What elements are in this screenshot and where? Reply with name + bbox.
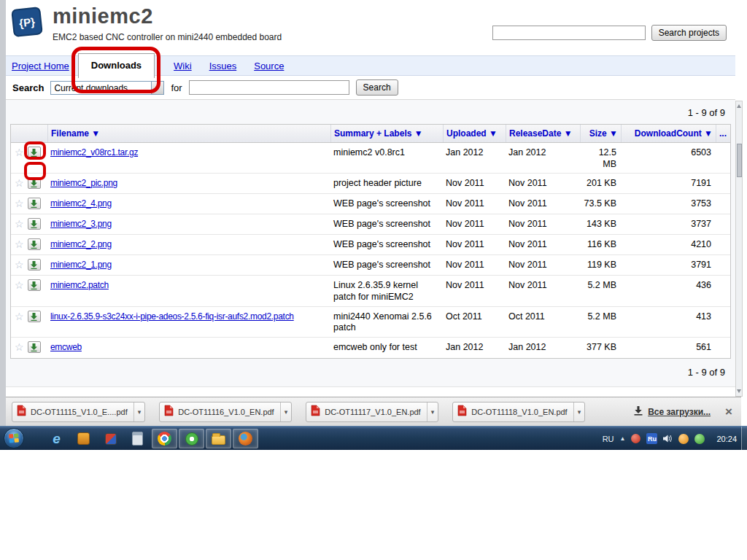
scrollbar-down-icon[interactable] <box>737 389 741 393</box>
table-row: ☆ miniemc2_3.png WEB page's screenshot N… <box>11 214 730 235</box>
scrollbar-up-icon[interactable] <box>737 104 741 108</box>
project-logo[interactable]: {P} <box>10 4 45 39</box>
col-header-filename[interactable]: Filename ▼ <box>47 125 330 142</box>
file-link[interactable]: miniemc2_v08rc1.tar.gz <box>50 147 138 158</box>
tray-icon-red[interactable] <box>631 434 640 443</box>
internet-explorer-button[interactable]: e <box>44 429 69 448</box>
file-summary: WEB page's screenshot <box>330 214 443 233</box>
app-button-misc[interactable] <box>98 429 123 448</box>
misc-app-icon <box>105 433 117 445</box>
col-header-releasedate[interactable]: ReleaseDate ▼ <box>506 125 580 142</box>
star-icon[interactable]: ☆ <box>15 280 24 290</box>
project-search-input[interactable] <box>492 26 646 40</box>
col-header-uploaded[interactable]: Uploaded ▼ <box>443 125 506 142</box>
tray-expand-icon[interactable]: ▲ <box>620 435 626 442</box>
file-link[interactable]: miniemc2_4.png <box>50 198 112 209</box>
file-summary: miniemc2 v0.8rc1 <box>330 143 443 162</box>
nav-link-wiki[interactable]: Wiki <box>174 61 192 71</box>
download-item-caret[interactable]: ▾ <box>133 402 145 421</box>
messenger-button[interactable] <box>179 429 204 448</box>
vertical-scrollbar[interactable] <box>735 101 743 397</box>
download-item-caret[interactable]: ▾ <box>427 402 438 421</box>
start-button[interactable] <box>4 428 24 448</box>
table-row: ☆ emcweb emcweb only for test Jan 2012 J… <box>11 338 730 358</box>
file-link[interactable]: linux-2.6.35.9-s3c24xx-i-pipe-adeos-2.5.… <box>50 311 294 322</box>
app-button-orange[interactable] <box>71 429 96 448</box>
download-item-caret[interactable]: ▾ <box>573 402 585 421</box>
nav-link-project-home[interactable]: Project Home <box>12 61 69 71</box>
star-icon[interactable]: ☆ <box>15 342 24 352</box>
file-summary: emcweb only for test <box>330 338 443 357</box>
for-label: for <box>171 82 182 93</box>
download-item[interactable]: DC-OT11116_V1.0_EN.pdf ▾ <box>159 402 292 422</box>
file-download-count: 436 <box>621 276 716 295</box>
download-icon[interactable] <box>28 238 41 250</box>
download-item-caret[interactable]: ▾ <box>280 402 292 421</box>
download-icon[interactable] <box>28 311 41 322</box>
file-link[interactable]: miniemc2_3.png <box>50 219 112 229</box>
download-item[interactable]: DC-OT11118_V1.0_EN.pdf ▾ <box>452 402 585 422</box>
file-size: 73.5 KB <box>580 194 621 213</box>
calculator-button[interactable] <box>125 429 150 448</box>
firefox-button[interactable] <box>233 429 258 448</box>
file-link[interactable]: miniemc2_2.png <box>50 239 112 249</box>
volume-icon[interactable] <box>663 435 673 443</box>
pagination-top: 1 - 9 of 9 <box>10 100 731 124</box>
tab-downloads[interactable]: Downloads <box>78 53 155 78</box>
col-header-size[interactable]: Size ▼ <box>580 125 621 142</box>
file-link[interactable]: miniemc2_pic.png <box>50 178 117 188</box>
download-icon[interactable] <box>28 341 41 353</box>
show-all-downloads-link[interactable]: Все загрузки... <box>633 405 711 419</box>
explorer-folder-button[interactable] <box>206 429 231 448</box>
file-size: 116 KB <box>580 235 621 254</box>
star-icon[interactable]: ☆ <box>15 198 24 209</box>
download-icon[interactable] <box>28 218 41 230</box>
file-download-count: 6503 <box>621 143 716 162</box>
download-item[interactable]: DC-OT11115_V1.0_E....pdf ▾ <box>12 402 145 422</box>
messenger-icon <box>185 432 198 446</box>
star-icon[interactable]: ☆ <box>15 311 24 322</box>
chrome-button[interactable] <box>152 429 177 448</box>
file-uploaded: Nov 2011 <box>443 214 506 233</box>
tray-icon-green[interactable] <box>694 434 705 444</box>
file-link[interactable]: emcweb <box>50 342 82 352</box>
download-icon[interactable] <box>28 147 41 158</box>
search-scope-select[interactable]: Current downloads ▼ <box>50 81 164 95</box>
show-desktop-button[interactable] <box>741 427 747 451</box>
download-icon[interactable] <box>28 259 41 271</box>
col-header-summary[interactable]: Summary + Labels ▼ <box>330 125 443 142</box>
star-icon[interactable]: ☆ <box>15 178 24 188</box>
star-icon[interactable]: ☆ <box>15 147 24 158</box>
file-summary: WEB page's screenshot <box>330 235 443 254</box>
col-header-more[interactable]: ... <box>716 125 730 142</box>
nav-link-source[interactable]: Source <box>254 61 284 71</box>
file-link[interactable]: miniemc2.patch <box>50 280 109 290</box>
select-arrow-icon: ▼ <box>151 82 163 94</box>
download-icon[interactable] <box>28 198 41 209</box>
search-button[interactable]: Search <box>356 79 398 96</box>
browser-page: {P} miniemc2 EMC2 based CNC controller o… <box>6 0 735 397</box>
tray-language-badge[interactable]: Ru <box>646 433 657 444</box>
download-icon[interactable] <box>28 279 41 291</box>
tray-icon-orange[interactable] <box>678 434 689 444</box>
nav-link-issues[interactable]: Issues <box>209 61 237 71</box>
star-icon[interactable]: ☆ <box>15 219 24 229</box>
download-item[interactable]: DC-OT11117_V1.0_EN.pdf ▾ <box>306 402 438 422</box>
file-download-count: 7191 <box>621 174 716 192</box>
scrollbar-thumb[interactable] <box>737 144 742 177</box>
taskbar-clock[interactable]: 20:24 <box>716 435 737 443</box>
col-header-downloadcount[interactable]: DownloadCount ▼ <box>621 125 716 142</box>
search-projects-button[interactable]: Search projects <box>651 25 727 41</box>
file-link[interactable]: miniemc2_1.png <box>50 260 112 270</box>
language-indicator[interactable]: RU <box>603 435 614 443</box>
search-query-input[interactable] <box>189 80 349 95</box>
table-row: ☆ miniemc2_pic.png project header pictur… <box>11 174 730 194</box>
taskbar: e RU ▲ Ru 20:24 <box>0 426 747 450</box>
star-icon[interactable]: ☆ <box>15 239 24 249</box>
page-title: miniemc2 <box>53 4 282 28</box>
close-downloads-bar-button[interactable]: × <box>725 405 732 418</box>
file-size: 5.2 MB <box>580 307 621 326</box>
star-icon[interactable]: ☆ <box>15 260 24 270</box>
download-icon[interactable] <box>28 177 41 189</box>
search-label: Search <box>12 82 44 93</box>
